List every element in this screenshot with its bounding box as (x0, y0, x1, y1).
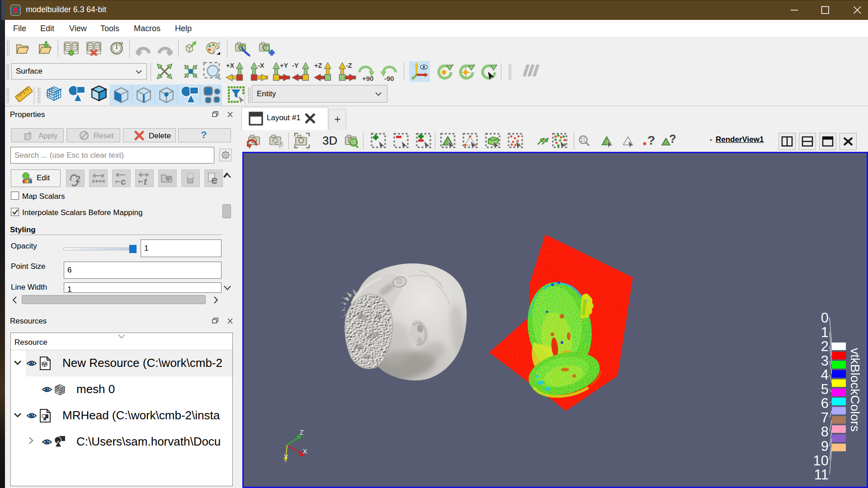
svg-text:c: c (121, 177, 126, 187)
svg-text:vtkBlockColors: vtkBlockColors (848, 348, 862, 432)
svg-text:10: 10 (813, 453, 829, 469)
svg-text:3: 3 (821, 353, 829, 369)
svg-text:Y: Y (284, 453, 288, 460)
svg-text:0: 0 (821, 310, 829, 326)
svg-text:1: 1 (821, 324, 829, 340)
svg-text:4: 4 (821, 367, 829, 383)
svg-text:-90: -90 (384, 75, 394, 82)
svg-text:Z: Z (300, 429, 304, 436)
svg-text:e: e (211, 173, 217, 187)
svg-text:9: 9 (821, 438, 829, 454)
svg-text:+X: +X (226, 62, 234, 69)
svg-text:-Z: -Z (346, 62, 352, 69)
svg-text:2: 2 (75, 174, 80, 184)
svg-text:5: 5 (821, 381, 829, 397)
svg-text:-Y: -Y (292, 62, 299, 69)
svg-text:?: ? (647, 133, 655, 147)
svg-text:8: 8 (821, 424, 829, 440)
svg-text:11: 11 (814, 467, 829, 483)
svg-text:+Z: +Z (314, 62, 322, 69)
svg-text:+90: +90 (362, 75, 373, 82)
svg-text:2: 2 (821, 338, 829, 354)
svg-text:+Y: +Y (280, 62, 288, 69)
svg-text:6: 6 (821, 395, 829, 411)
svg-text:-X: -X (258, 62, 264, 69)
svg-text:7: 7 (821, 410, 829, 426)
svg-text:?: ? (669, 132, 675, 145)
svg-text:t: t (144, 177, 147, 187)
svg-text:X: X (303, 448, 307, 455)
